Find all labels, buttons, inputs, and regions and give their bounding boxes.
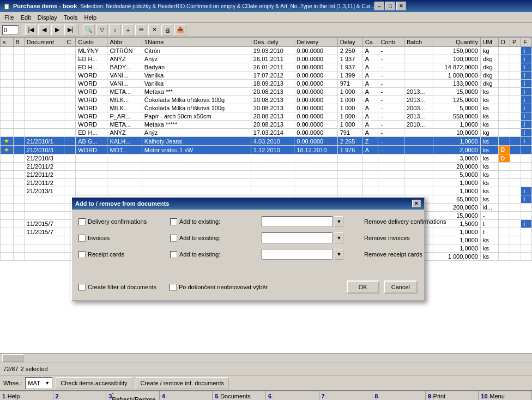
invoices-select-arrow[interactable]: ▼ (335, 232, 343, 243)
dialog-row-receipt: Receipt cards Add to existing: ▼ Remove … (78, 249, 418, 260)
dialog-footer: Create filter of documents Po dokončení … (78, 280, 418, 294)
invoices-remove-label: Remove invoices (364, 235, 462, 241)
invoices-label: Invoices (88, 235, 110, 241)
invoices-add-checkbox[interactable] (170, 235, 177, 242)
no-refresh-label: Po dokončení neobnovovat výběr (179, 284, 268, 290)
delivery-add-label: Add to existing: (179, 218, 220, 225)
dialog-body: Delivery confirmations Add to existing: … (72, 210, 424, 300)
invoices-select-container: ▼ (262, 232, 360, 243)
receipt-checkbox[interactable] (78, 251, 86, 258)
create-filter-label: Create filter of documents (88, 284, 156, 290)
add-remove-dialog: Add to / remove from documents ✕ Deliver… (71, 196, 425, 301)
receipt-select[interactable] (262, 249, 332, 260)
create-filter-checkbox[interactable] (78, 284, 86, 291)
dialog-close-button[interactable]: ✕ (412, 200, 421, 207)
invoices-checkbox-container: Invoices (78, 235, 166, 242)
invoices-checkbox[interactable] (78, 235, 86, 242)
receipt-add-label: Add to existing: (179, 251, 220, 258)
dialog-row-delivery: Delivery confirmations Add to existing: … (78, 216, 418, 227)
dialog-cancel-button[interactable]: Cancel (384, 280, 418, 294)
delivery-checkbox-container: Delivery confirmations (78, 218, 166, 225)
dialog-title-bar: Add to / remove from documents ✕ (72, 198, 424, 210)
no-refresh-checkbox-container: Po dokončení neobnovovat výběr (170, 284, 268, 291)
no-refresh-checkbox[interactable] (170, 284, 177, 291)
delivery-select[interactable] (262, 216, 332, 227)
receipt-select-container: ▼ (262, 249, 360, 260)
delivery-add-checkbox[interactable] (170, 218, 177, 225)
delivery-checkbox[interactable] (78, 218, 86, 225)
receipt-remove-label: Remove receipt cards (364, 251, 462, 258)
delivery-remove-label: Remove delivery confirmations (364, 218, 462, 225)
receipt-checkbox-container: Receipt cards (78, 251, 166, 258)
receipt-select-arrow[interactable]: ▼ (335, 249, 343, 260)
main-window: 📋 Purchase items - book Selection: Nedod… (0, 0, 532, 400)
invoices-add-label: Add to existing: (179, 235, 220, 241)
invoices-select[interactable] (262, 232, 332, 243)
dialog-row-invoices: Invoices Add to existing: ▼ Remove invoi… (78, 232, 418, 243)
dialog-overlay: Add to / remove from documents ✕ Deliver… (0, 0, 532, 400)
delivery-add-checkbox-container: Add to existing: (170, 218, 257, 225)
create-filter-checkbox-container: Create filter of documents (78, 284, 156, 291)
invoices-add-checkbox-container: Add to existing: (170, 235, 257, 242)
receipt-add-checkbox[interactable] (170, 251, 177, 258)
receipt-add-checkbox-container: Add to existing: (170, 251, 257, 258)
delivery-select-arrow[interactable]: ▼ (335, 216, 343, 227)
receipt-label: Receipt cards (88, 251, 124, 258)
dialog-ok-button[interactable]: OK (347, 280, 379, 294)
delivery-select-container: ▼ (262, 216, 360, 227)
dialog-title-text: Add to / remove from documents (75, 200, 169, 207)
delivery-label: Delivery confirmations (88, 218, 147, 225)
